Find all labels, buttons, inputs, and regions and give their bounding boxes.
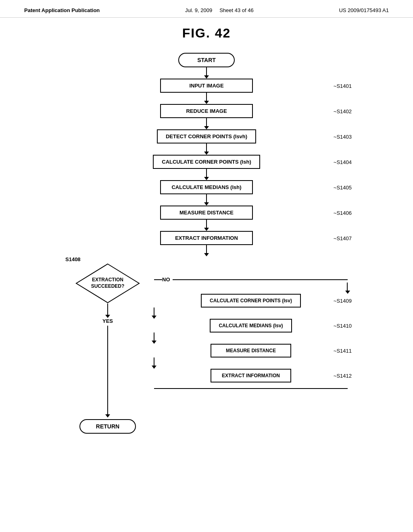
s1403-label: ~S1403	[334, 133, 352, 139]
s1406-row: MEASURE DISTANCE ~S1406	[65, 206, 348, 220]
return-node: RETURN	[79, 419, 136, 434]
s1411-node: MEASURE DISTANCE	[211, 344, 291, 357]
arrow-8	[65, 245, 348, 256]
arrow-6	[65, 194, 348, 206]
return-section: RETURN	[65, 414, 150, 434]
s1409-row: CALCULATE CORNER POINTS (Isv) ~S1409	[154, 294, 348, 308]
s1406-label: ~S1406	[334, 210, 352, 216]
s1412-node: EXTRACT INFORMATION	[211, 369, 291, 382]
header-left: Patent Application Publication	[24, 7, 100, 13]
s1410-node: CALCULATE MEDIANS (Isv)	[210, 319, 292, 332]
arrow-7	[65, 220, 348, 231]
s1401-node: INPUT IMAGE	[160, 79, 253, 93]
s1407-row: EXTRACT INFORMATION ~S1407	[65, 231, 348, 245]
diagram-area: FIG. 42 START INPUT IMAGE ~S1401 REDUCE …	[0, 18, 413, 442]
start-row: START	[65, 53, 348, 67]
header-sheet: Sheet 43 of 46	[219, 7, 254, 13]
s1410-row: CALCULATE MEDIANS (Isv) ~S1410	[154, 319, 348, 332]
s1411-label: ~S1411	[334, 348, 352, 354]
arrow-4	[65, 143, 348, 155]
s1402-node: REDUCE IMAGE	[160, 104, 253, 118]
s1404-node: CALCULATE CORNER POINTS (Ish)	[153, 155, 260, 169]
arrow-2	[65, 93, 348, 104]
s1408-label: S1408	[65, 256, 81, 262]
flowchart: START INPUT IMAGE ~S1401 REDUCE IMAGE ~S…	[65, 53, 348, 434]
s1408-text: EXTRACTIONSUCCEEDED?	[91, 277, 125, 289]
s1410-label: ~S1410	[334, 323, 352, 329]
s1405-node: CALCULATE MEDIANS (Ish)	[160, 180, 253, 194]
s1412-row: EXTRACT INFORMATION ~S1412	[154, 369, 348, 382]
s1411-row: MEASURE DISTANCE ~S1411	[154, 344, 348, 357]
arrow-5	[65, 169, 348, 180]
s1403-node: DETECT CORNER POINTS (Isvh)	[157, 129, 256, 143]
s1402-row: REDUCE IMAGE ~S1402	[65, 104, 348, 118]
s1408-diamond: EXTRACTIONSUCCEEDED?	[75, 263, 140, 303]
yes-label: YES	[102, 318, 113, 324]
s1405-row: CALCULATE MEDIANS (Ish) ~S1405	[65, 180, 348, 194]
start-node: START	[178, 53, 235, 67]
s1409-label: ~S1409	[334, 298, 352, 304]
s1401-label: ~S1401	[334, 83, 352, 89]
s1404-row: CALCULATE CORNER POINTS (Ish) ~S1404	[65, 155, 348, 169]
s1401-row: INPUT IMAGE ~S1401	[65, 79, 348, 93]
page-header: Patent Application Publication Jul. 9, 2…	[0, 0, 413, 18]
branch-container: S1408 EXTRACTIONSUCCEEDED? YES	[65, 256, 348, 434]
arrow-1	[65, 67, 348, 79]
no-label: NO	[162, 276, 170, 283]
s1402-label: ~S1402	[334, 108, 352, 114]
header-date: Jul. 9, 2009	[185, 7, 212, 13]
s1409-node: CALCULATE CORNER POINTS (Isv)	[201, 294, 301, 308]
s1403-row: DETECT CORNER POINTS (Isvh) ~S1403	[65, 129, 348, 143]
arrow-3	[65, 118, 348, 129]
s1406-node: MEASURE DISTANCE	[160, 206, 253, 220]
header-center: Jul. 9, 2009 Sheet 43 of 46	[185, 7, 254, 13]
s1404-label: ~S1404	[334, 159, 352, 165]
s1407-node: EXTRACT INFORMATION	[160, 231, 253, 245]
header-right: US 2009/0175493 A1	[339, 7, 389, 13]
s1405-label: ~S1405	[334, 184, 352, 190]
figure-title: FIG. 42	[182, 26, 231, 41]
s1407-label: ~S1407	[334, 235, 352, 241]
s1412-label: ~S1412	[334, 373, 352, 379]
